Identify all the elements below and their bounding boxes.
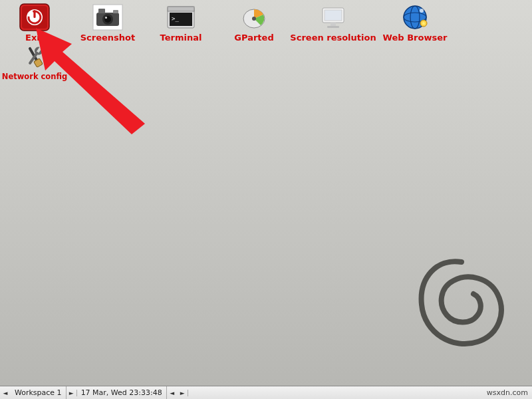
svg-point-17 (252, 17, 256, 21)
tools-icon (19, 43, 51, 70)
camera-icon (92, 3, 124, 31)
svg-rect-21 (327, 26, 339, 28)
globe-icon (399, 3, 431, 31)
power-icon (19, 3, 51, 31)
exit-icon[interactable]: Exit (4, 3, 65, 43)
svg-rect-13 (168, 7, 194, 11)
web-browser-icon[interactable]: Web Browser (382, 3, 448, 43)
taskbar-clock[interactable]: 17 Mar, Wed 23:33:48 (77, 386, 167, 399)
pager-prev-button[interactable]: ◄ (167, 390, 178, 396)
workspace-prev-button[interactable]: ◄ (0, 390, 11, 396)
workspace-label: Workspace 1 (15, 388, 62, 397)
network-config-icon[interactable]: Network config (4, 43, 65, 81)
svg-rect-19 (325, 10, 342, 21)
terminal-label: Terminal (160, 33, 202, 43)
gparted-label: GParted (234, 33, 273, 43)
terminal-window-icon: >_ (165, 3, 197, 31)
desktop-icon-row-2: Network config (0, 43, 532, 81)
svg-rect-7 (98, 9, 105, 13)
network-config-label: Network config (2, 72, 67, 81)
taskbar: ◄ Workspace 1 ► 17 Mar, Wed 23:33:48 ◄ ► (0, 386, 532, 399)
screenshot-icon[interactable]: Screenshot (77, 3, 138, 43)
desktop[interactable]: Exit Screenshot (0, 0, 532, 386)
disk-partition-icon (238, 3, 270, 31)
svg-point-26 (420, 9, 424, 13)
svg-text:>_: >_ (172, 15, 179, 22)
monitor-icon (317, 3, 349, 31)
debian-swirl-logo (410, 243, 509, 356)
terminal-icon[interactable]: >_ Terminal (150, 3, 211, 43)
desktop-icon-row-1: Exit Screenshot (0, 0, 532, 43)
clock-text: 17 Mar, Wed 23:33:48 (81, 388, 162, 397)
svg-point-11 (105, 17, 107, 19)
exit-label: Exit (25, 33, 44, 43)
svg-rect-8 (113, 10, 118, 13)
watermark: wsxdn.com (487, 388, 528, 397)
workspace-switcher[interactable]: Workspace 1 (11, 386, 66, 399)
workspace-next-button[interactable]: ► (66, 390, 77, 396)
screen-resolution-label: Screen resolution (290, 33, 376, 43)
screenshot-label: Screenshot (80, 33, 136, 43)
web-browser-label: Web Browser (383, 33, 448, 43)
pager-next-button[interactable]: ► (178, 390, 188, 396)
gparted-icon[interactable]: GParted (223, 3, 285, 43)
svg-rect-20 (331, 23, 336, 26)
screen-resolution-icon[interactable]: Screen resolution (297, 3, 370, 43)
svg-rect-4 (33, 10, 35, 18)
